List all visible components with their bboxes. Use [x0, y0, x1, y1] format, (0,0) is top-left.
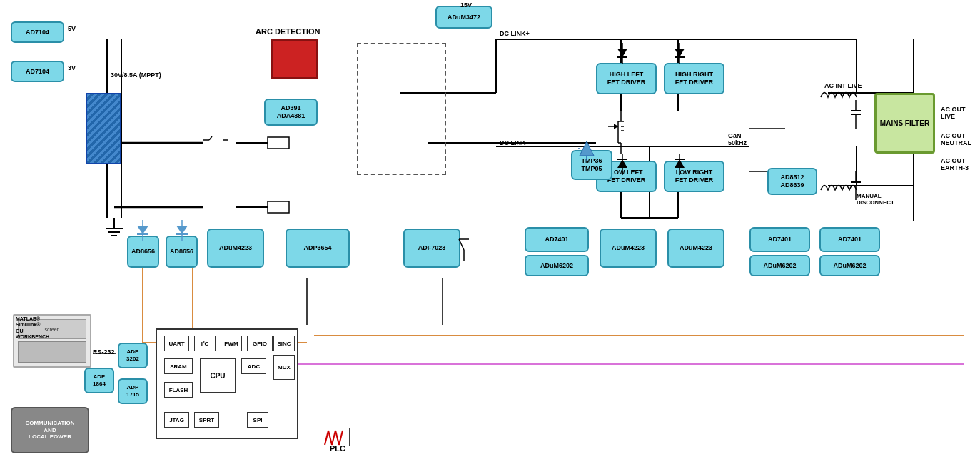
transistor-hl	[608, 111, 634, 154]
diode-tl	[615, 43, 630, 64]
adum3472: ADuM3472	[435, 6, 492, 29]
arc-detection-box	[271, 39, 318, 79]
mppt-label: 30V/8.5A (MPPT)	[111, 71, 161, 79]
ad8512: AD8512 AD8639	[767, 168, 817, 195]
diode-br	[672, 154, 687, 175]
dc-link-minus: DC LINK-	[500, 139, 528, 146]
high-left-fet-driver: HIGH LEFT FET DRIVER	[596, 63, 657, 94]
matlab-text: MATLAB®Simulink®GUIWORKBENCH	[16, 316, 49, 341]
ad7401-2: AD7401	[749, 227, 810, 252]
flash-block: FLASH	[164, 382, 193, 398]
svg-line-97	[459, 239, 464, 250]
ad391: AD391 ADA4381	[264, 99, 318, 126]
adum4223-right: ADuM4223	[667, 228, 724, 268]
sinc-block: SINC	[273, 336, 295, 351]
svg-marker-75	[137, 226, 148, 234]
ad7104-top: AD7104	[11, 21, 64, 43]
tmp36-symbol	[578, 140, 595, 161]
i2c-block: I²C	[194, 336, 216, 351]
adum6202-2: ADuM6202	[749, 255, 810, 276]
mains-filter: MAINS FILTER	[874, 93, 935, 154]
capacitor-1	[849, 100, 862, 129]
svg-marker-53	[614, 124, 618, 129]
diode-ad8656-2	[173, 220, 191, 241]
high-right-fet-driver: HIGH RIGHT FET DRIVER	[664, 63, 724, 94]
diode-ad8656-1	[134, 220, 151, 241]
svg-line-45	[328, 431, 332, 445]
adum4223-mid: ADuM4223	[600, 228, 657, 268]
adp1715: ADP 1715	[118, 378, 148, 404]
ad7104-mid: AD7104	[11, 61, 64, 82]
svg-marker-82	[580, 141, 594, 156]
svg-rect-37	[268, 201, 289, 213]
svg-rect-36	[268, 137, 289, 149]
switch-top	[203, 134, 228, 146]
svg-line-46	[332, 431, 335, 445]
svg-line-47	[335, 431, 339, 445]
ac-out-live: AC OUTLIVE	[941, 106, 966, 120]
pwm-block: PWM	[221, 336, 242, 351]
gpio-block: GPIO	[247, 336, 273, 351]
adum6202-1: ADuM6202	[525, 255, 589, 276]
svg-marker-63	[675, 49, 685, 57]
adum6202-3: ADuM6202	[819, 255, 880, 276]
sram-block: SRAM	[164, 358, 193, 374]
transformer	[357, 43, 446, 175]
adp1864: ADP 1864	[84, 368, 114, 393]
ad7401-1: AD7401	[525, 227, 589, 252]
diode-tr	[672, 43, 687, 64]
svg-marker-79	[176, 226, 188, 234]
sprt-block: SPRT	[194, 412, 219, 428]
ac-out-neutral: AC OUTNEUTRAL	[941, 132, 971, 146]
mux-block: MUX	[273, 355, 295, 380]
voltage-15v: 15V	[460, 1, 472, 9]
rs232-label: RS-232	[93, 348, 115, 356]
gan-label: GaN50kHz	[728, 132, 747, 146]
diode-bl	[615, 154, 630, 175]
main-diagram: AD7104 5V AD7104 3V 30V/8.5A (MPPT) ARC …	[0, 0, 980, 457]
svg-line-44	[325, 431, 328, 445]
svg-line-94	[209, 136, 212, 140]
adp3202: ADP 3202	[118, 343, 148, 368]
svg-marker-59	[617, 49, 627, 57]
arc-detection-label: ARC DETECTION	[256, 27, 320, 36]
jtag-block: JTAG	[164, 412, 189, 428]
adum4223-left: ADuM4223	[207, 228, 264, 268]
cpu-block: CPU	[200, 358, 236, 393]
capacitor-2	[849, 171, 862, 200]
adp3654: ADP3654	[286, 228, 350, 268]
cpu-main-area: UART I²C PWM GPIO SINC SRAM CPU ADC MUX	[156, 328, 298, 439]
adc-block: ADC	[241, 358, 266, 374]
svg-line-48	[339, 431, 343, 445]
voltage-3v: 3V	[68, 64, 76, 71]
voltage-5v: 5V	[68, 25, 76, 32]
comm-local-power: COMMUNICATION AND LOCAL POWER	[11, 407, 89, 453]
plc-symbol	[321, 425, 346, 450]
spi-block: SPI	[247, 412, 268, 428]
svg-marker-67	[617, 159, 627, 168]
adf7023-antenna	[457, 236, 471, 261]
dc-link-plus: DC LINK+	[500, 30, 530, 37]
ad7401-3: AD7401	[819, 227, 880, 252]
ac-out-earth: AC OUTEARTH-3	[941, 157, 969, 171]
adf7023: ADF7023	[403, 228, 460, 268]
uart-block: UART	[164, 336, 189, 351]
solar-panel	[86, 93, 121, 164]
svg-marker-71	[675, 159, 685, 168]
